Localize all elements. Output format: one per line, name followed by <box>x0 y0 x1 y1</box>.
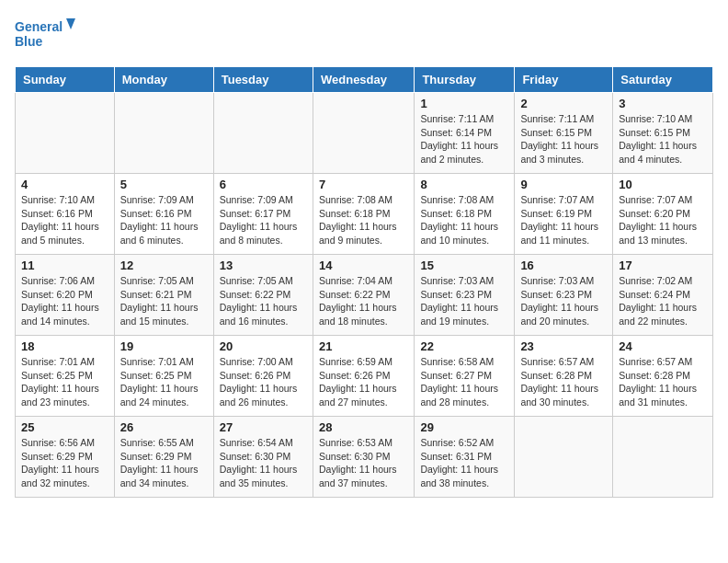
header-thursday: Thursday <box>415 67 515 93</box>
day-info: Sunrise: 6:56 AM Sunset: 6:29 PM Dayligh… <box>21 436 108 490</box>
day-number: 15 <box>420 259 508 272</box>
day-info: Sunrise: 7:03 AM Sunset: 6:23 PM Dayligh… <box>520 274 607 328</box>
day-info: Sunrise: 6:54 AM Sunset: 6:30 PM Dayligh… <box>220 436 307 490</box>
day-info: Sunrise: 7:01 AM Sunset: 6:25 PM Dayligh… <box>120 355 208 409</box>
day-info: Sunrise: 7:04 AM Sunset: 6:22 PM Dayligh… <box>319 274 408 328</box>
svg-text:General: General <box>15 19 63 34</box>
day-number: 22 <box>420 339 508 353</box>
day-number: 13 <box>220 259 307 272</box>
day-info: Sunrise: 7:05 AM Sunset: 6:21 PM Dayligh… <box>120 274 208 328</box>
day-info: Sunrise: 7:10 AM Sunset: 6:15 PM Dayligh… <box>619 112 707 167</box>
day-number: 28 <box>319 420 408 434</box>
day-cell: 13Sunrise: 7:05 AM Sunset: 6:22 PM Dayli… <box>213 255 313 336</box>
day-cell: 19Sunrise: 7:01 AM Sunset: 6:25 PM Dayli… <box>114 336 213 417</box>
day-info: Sunrise: 7:02 AM Sunset: 6:24 PM Dayligh… <box>619 274 707 328</box>
day-number: 29 <box>420 420 508 434</box>
week-row-3: 18Sunrise: 7:01 AM Sunset: 6:25 PM Dayli… <box>16 336 713 417</box>
day-cell <box>515 417 613 498</box>
day-number: 25 <box>21 420 108 434</box>
day-cell: 14Sunrise: 7:04 AM Sunset: 6:22 PM Dayli… <box>313 255 414 336</box>
day-number: 18 <box>21 339 108 353</box>
day-number: 12 <box>120 259 208 272</box>
day-cell: 5Sunrise: 7:09 AM Sunset: 6:16 PM Daylig… <box>114 174 213 255</box>
day-info: Sunrise: 7:09 AM Sunset: 6:16 PM Dayligh… <box>120 193 208 247</box>
day-cell: 29Sunrise: 6:52 AM Sunset: 6:31 PM Dayli… <box>415 417 515 498</box>
day-cell: 6Sunrise: 7:09 AM Sunset: 6:17 PM Daylig… <box>213 174 313 255</box>
day-info: Sunrise: 6:57 AM Sunset: 6:28 PM Dayligh… <box>619 355 707 409</box>
day-info: Sunrise: 6:55 AM Sunset: 6:29 PM Dayligh… <box>120 436 208 490</box>
day-number: 19 <box>120 339 208 353</box>
header-monday: Monday <box>114 67 213 93</box>
day-info: Sunrise: 7:03 AM Sunset: 6:23 PM Dayligh… <box>420 274 508 328</box>
day-info: Sunrise: 7:01 AM Sunset: 6:25 PM Dayligh… <box>21 355 108 409</box>
day-info: Sunrise: 7:05 AM Sunset: 6:22 PM Dayligh… <box>220 274 307 328</box>
day-info: Sunrise: 7:10 AM Sunset: 6:16 PM Dayligh… <box>21 193 108 247</box>
day-info: Sunrise: 6:52 AM Sunset: 6:31 PM Dayligh… <box>420 436 508 490</box>
day-cell <box>613 417 713 498</box>
day-cell: 23Sunrise: 6:57 AM Sunset: 6:28 PM Dayli… <box>515 336 613 417</box>
day-cell: 21Sunrise: 6:59 AM Sunset: 6:26 PM Dayli… <box>313 336 414 417</box>
day-info: Sunrise: 7:08 AM Sunset: 6:18 PM Dayligh… <box>420 193 508 247</box>
day-cell: 26Sunrise: 6:55 AM Sunset: 6:29 PM Dayli… <box>114 417 213 498</box>
day-cell: 25Sunrise: 6:56 AM Sunset: 6:29 PM Dayli… <box>16 417 115 498</box>
day-cell: 24Sunrise: 6:57 AM Sunset: 6:28 PM Dayli… <box>613 336 713 417</box>
day-number: 8 <box>420 178 508 191</box>
day-cell <box>16 93 115 174</box>
logo: General Blue <box>15 15 79 55</box>
day-info: Sunrise: 7:08 AM Sunset: 6:18 PM Dayligh… <box>319 193 408 247</box>
day-cell: 10Sunrise: 7:07 AM Sunset: 6:20 PM Dayli… <box>613 174 713 255</box>
day-number: 11 <box>21 259 108 272</box>
logo-svg: General Blue <box>15 15 79 55</box>
day-cell: 8Sunrise: 7:08 AM Sunset: 6:18 PM Daylig… <box>415 174 515 255</box>
day-number: 10 <box>619 178 707 191</box>
day-number: 23 <box>520 339 607 353</box>
day-cell: 16Sunrise: 7:03 AM Sunset: 6:23 PM Dayli… <box>515 255 613 336</box>
day-number: 16 <box>520 259 607 272</box>
day-cell <box>313 93 414 174</box>
day-cell: 18Sunrise: 7:01 AM Sunset: 6:25 PM Dayli… <box>16 336 115 417</box>
page-header: General Blue <box>15 15 713 55</box>
day-cell: 27Sunrise: 6:54 AM Sunset: 6:30 PM Dayli… <box>213 417 313 498</box>
week-row-1: 4Sunrise: 7:10 AM Sunset: 6:16 PM Daylig… <box>16 174 713 255</box>
header-sunday: Sunday <box>16 67 115 93</box>
day-info: Sunrise: 7:09 AM Sunset: 6:17 PM Dayligh… <box>220 193 307 247</box>
day-cell: 2Sunrise: 7:11 AM Sunset: 6:15 PM Daylig… <box>515 93 613 174</box>
day-info: Sunrise: 6:59 AM Sunset: 6:26 PM Dayligh… <box>319 355 408 409</box>
week-row-0: 1Sunrise: 7:11 AM Sunset: 6:14 PM Daylig… <box>16 93 713 174</box>
header-saturday: Saturday <box>613 67 713 93</box>
day-cell: 28Sunrise: 6:53 AM Sunset: 6:30 PM Dayli… <box>313 417 414 498</box>
day-number: 21 <box>319 339 408 353</box>
day-cell: 1Sunrise: 7:11 AM Sunset: 6:14 PM Daylig… <box>415 93 515 174</box>
day-cell: 11Sunrise: 7:06 AM Sunset: 6:20 PM Dayli… <box>16 255 115 336</box>
svg-marker-2 <box>66 18 75 29</box>
header-friday: Friday <box>515 67 613 93</box>
day-cell: 15Sunrise: 7:03 AM Sunset: 6:23 PM Dayli… <box>415 255 515 336</box>
day-number: 20 <box>220 339 307 353</box>
day-cell: 3Sunrise: 7:10 AM Sunset: 6:15 PM Daylig… <box>613 93 713 174</box>
day-info: Sunrise: 7:06 AM Sunset: 6:20 PM Dayligh… <box>21 274 108 328</box>
day-info: Sunrise: 6:57 AM Sunset: 6:28 PM Dayligh… <box>520 355 607 409</box>
day-cell: 20Sunrise: 7:00 AM Sunset: 6:26 PM Dayli… <box>213 336 313 417</box>
svg-text:Blue: Blue <box>15 34 43 49</box>
day-info: Sunrise: 7:07 AM Sunset: 6:20 PM Dayligh… <box>619 193 707 247</box>
day-number: 1 <box>420 97 508 110</box>
day-cell: 4Sunrise: 7:10 AM Sunset: 6:16 PM Daylig… <box>16 174 115 255</box>
day-info: Sunrise: 7:11 AM Sunset: 6:14 PM Dayligh… <box>420 112 508 167</box>
day-info: Sunrise: 6:58 AM Sunset: 6:27 PM Dayligh… <box>420 355 508 409</box>
header-row: SundayMondayTuesdayWednesdayThursdayFrid… <box>16 67 713 93</box>
day-number: 7 <box>319 178 408 191</box>
day-cell: 22Sunrise: 6:58 AM Sunset: 6:27 PM Dayli… <box>415 336 515 417</box>
day-number: 4 <box>21 178 108 191</box>
day-cell: 17Sunrise: 7:02 AM Sunset: 6:24 PM Dayli… <box>613 255 713 336</box>
day-number: 26 <box>120 420 208 434</box>
header-wednesday: Wednesday <box>313 67 414 93</box>
day-info: Sunrise: 7:00 AM Sunset: 6:26 PM Dayligh… <box>220 355 307 409</box>
week-row-2: 11Sunrise: 7:06 AM Sunset: 6:20 PM Dayli… <box>16 255 713 336</box>
day-number: 17 <box>619 259 707 272</box>
day-number: 3 <box>619 97 707 110</box>
day-number: 24 <box>619 339 707 353</box>
day-info: Sunrise: 7:07 AM Sunset: 6:19 PM Dayligh… <box>520 193 607 247</box>
calendar-table: SundayMondayTuesdayWednesdayThursdayFrid… <box>15 66 713 498</box>
day-number: 27 <box>220 420 307 434</box>
day-cell <box>114 93 213 174</box>
